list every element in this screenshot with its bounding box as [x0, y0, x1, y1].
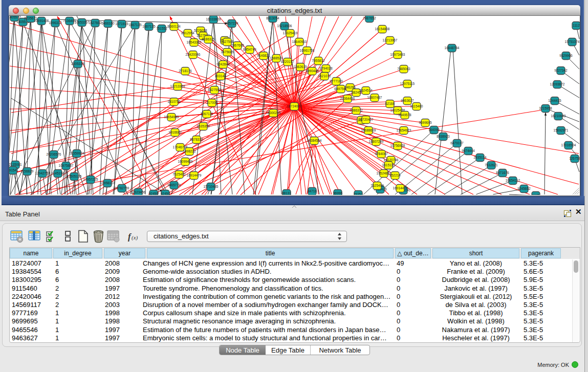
svg-text:8427552: 8427552	[208, 88, 221, 92]
svg-text:20691406: 20691406	[34, 19, 49, 23]
svg-text:1156829: 1156829	[21, 169, 34, 173]
svg-text:(x): (x)	[132, 234, 138, 241]
svg-text:10975887: 10975887	[59, 164, 74, 167]
svg-text:7625402: 7625402	[172, 172, 186, 176]
svg-text:9146821: 9146821	[257, 54, 270, 57]
svg-text:16210643: 16210643	[551, 114, 566, 118]
svg-text:15710485: 15710485	[204, 185, 219, 188]
svg-text:1667135: 1667135	[128, 23, 142, 27]
svg-text:18807249: 18807249	[369, 140, 384, 143]
svg-text:9329966: 9329966	[559, 54, 573, 57]
svg-text:12505135: 12505135	[67, 174, 82, 178]
svg-text:3624514: 3624514	[359, 89, 373, 92]
svg-text:2135061: 2135061	[9, 163, 22, 166]
svg-text:9227342: 9227342	[554, 69, 568, 72]
svg-text:7632621: 7632621	[485, 163, 498, 167]
svg-text:17016504: 17016504	[561, 143, 576, 147]
svg-text:3267110: 3267110	[201, 112, 213, 116]
svg-text:217006: 217006	[206, 101, 217, 104]
svg-text:16543362: 16543362	[187, 40, 202, 44]
svg-text:6466160: 6466160	[101, 21, 115, 25]
svg-text:16914479: 16914479	[187, 173, 202, 177]
svg-text:12975115: 12975115	[400, 82, 415, 85]
svg-text:10653267: 10653267	[75, 20, 90, 24]
svg-text:16782759: 16782759	[115, 186, 129, 190]
svg-text:10688609: 10688609	[361, 128, 376, 132]
svg-text:20364436: 20364436	[340, 97, 355, 100]
svg-text:9465779: 9465779	[167, 183, 181, 187]
svg-text:1498222: 1498222	[183, 149, 196, 153]
svg-text:7485063: 7485063	[397, 67, 410, 71]
svg-text:88131: 88131	[282, 191, 291, 195]
svg-text:16154808: 16154808	[375, 27, 390, 31]
svg-text:19384554: 19384554	[307, 139, 322, 142]
svg-text:18724007: 18724007	[287, 104, 302, 108]
svg-text:19654985: 19654985	[164, 115, 179, 119]
svg-text:3215958: 3215958	[539, 106, 552, 110]
svg-text:1667135: 1667135	[142, 25, 156, 28]
svg-text:1916682: 1916682	[168, 130, 182, 134]
svg-text:22420046: 22420046	[186, 53, 201, 56]
svg-text:10756928: 10756928	[390, 144, 405, 147]
svg-text:803144: 803144	[215, 74, 226, 78]
svg-text:13325419: 13325419	[283, 31, 298, 35]
svg-text:9245652: 9245652	[517, 187, 531, 190]
svg-text:391541: 391541	[9, 168, 18, 172]
svg-text:8220157: 8220157	[281, 60, 294, 63]
svg-text:6479197: 6479197	[450, 141, 464, 145]
svg-text:7625402: 7625402	[371, 184, 384, 187]
svg-text:9777169: 9777169	[330, 79, 343, 83]
svg-text:17359924: 17359924	[70, 151, 84, 155]
svg-text:1362615: 1362615	[294, 65, 307, 69]
svg-text:9784067: 9784067	[375, 152, 388, 156]
svg-text:1145194: 1145194	[52, 171, 64, 175]
svg-text:1615112: 1615112	[382, 163, 395, 167]
svg-text:164095: 164095	[428, 128, 440, 132]
svg-text:16848784: 16848784	[445, 46, 460, 50]
svg-text:1527602: 1527602	[89, 21, 102, 25]
svg-text:7357224: 7357224	[225, 21, 238, 25]
svg-text:2867608: 2867608	[231, 43, 244, 47]
svg-text:12323456: 12323456	[131, 190, 146, 194]
svg-text:18300295: 18300295	[266, 111, 281, 115]
svg-text:14120746: 14120746	[384, 158, 399, 162]
svg-text:15751074: 15751074	[565, 40, 580, 43]
svg-text:1810755: 1810755	[167, 100, 181, 103]
svg-text:15692971: 15692971	[554, 128, 569, 132]
svg-text:9242848: 9242848	[216, 62, 230, 66]
svg-text:17957225: 17957225	[83, 178, 98, 181]
svg-text:9474444: 9474444	[462, 149, 475, 152]
svg-text:12093872: 12093872	[550, 82, 565, 86]
svg-text:1949578: 1949578	[398, 113, 411, 117]
svg-text:1096312: 1096312	[49, 21, 62, 25]
svg-text:8813054: 8813054	[266, 16, 279, 20]
svg-text:8912954: 8912954	[181, 31, 194, 35]
svg-text:1244415: 1244415	[548, 99, 561, 102]
svg-text:751552: 751552	[156, 27, 167, 30]
svg-text:16914479: 16914479	[393, 186, 408, 190]
svg-text:2935114: 2935114	[474, 156, 487, 159]
svg-text:2487652: 2487652	[363, 16, 376, 20]
svg-text:8938923: 8938923	[437, 135, 450, 138]
svg-text:2005334: 2005334	[71, 62, 84, 65]
svg-text:8186325: 8186325	[202, 37, 215, 41]
svg-text:1405572: 1405572	[9, 16, 21, 19]
svg-text:252214: 252214	[389, 173, 401, 177]
svg-text:3475685: 3475685	[221, 50, 234, 54]
svg-text:92450: 92450	[161, 192, 170, 195]
svg-text:16099489: 16099489	[178, 160, 193, 163]
svg-text:29351: 29351	[354, 192, 363, 195]
svg-text:12942757: 12942757	[35, 171, 50, 175]
svg-text:15720407: 15720407	[359, 118, 374, 121]
svg-text:96996: 96996	[333, 191, 342, 195]
svg-text:62166: 62166	[385, 102, 395, 105]
svg-text:10973493: 10973493	[390, 53, 405, 56]
svg-text:8660124: 8660124	[167, 25, 181, 28]
svg-text:12213967: 12213967	[383, 38, 398, 42]
svg-text:20206576: 20206576	[47, 152, 61, 156]
svg-text:9699695: 9699695	[419, 121, 432, 124]
svg-text:9115460: 9115460	[410, 104, 423, 108]
svg-text:10958107: 10958107	[100, 181, 115, 185]
svg-text:19218506: 19218506	[277, 24, 292, 28]
svg-text:12213369: 12213369	[170, 84, 185, 88]
